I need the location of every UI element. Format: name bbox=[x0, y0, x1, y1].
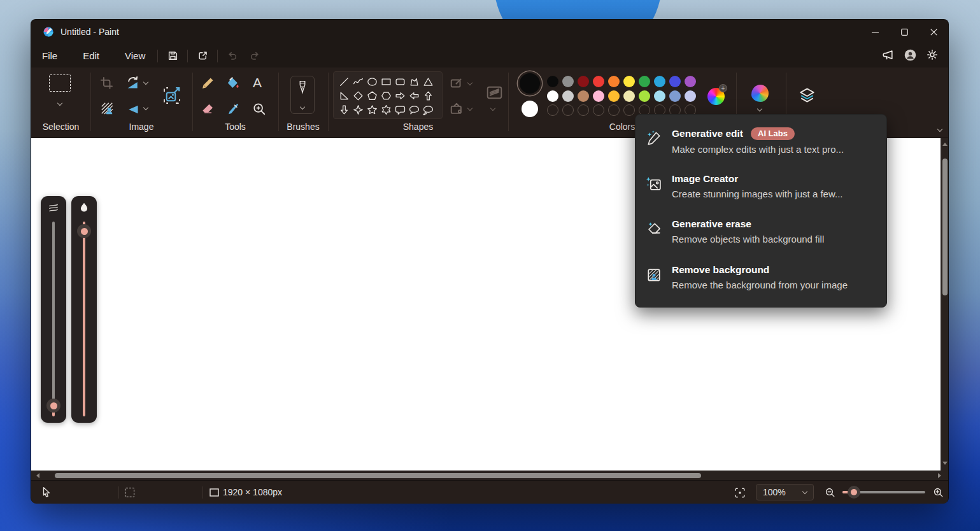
fill-tool[interactable] bbox=[226, 76, 240, 93]
shape-heart[interactable] bbox=[337, 117, 351, 119]
shape-outline-button[interactable] bbox=[450, 76, 464, 93]
color-swatch-ffb9d5[interactable] bbox=[593, 90, 604, 102]
shape-fill-button[interactable] bbox=[450, 102, 464, 118]
color-swatch-484de0[interactable] bbox=[669, 76, 681, 87]
menu-view[interactable]: View bbox=[117, 47, 153, 64]
color-swatch-efe7ae[interactable] bbox=[623, 90, 635, 102]
zoom-out-icon[interactable] bbox=[825, 487, 835, 498]
color-swatch-7e9bd1[interactable] bbox=[669, 90, 681, 102]
shape-triangle[interactable] bbox=[421, 74, 435, 88]
pencil-tool[interactable] bbox=[201, 76, 215, 93]
color-swatch-ffffff[interactable] bbox=[547, 90, 558, 102]
shape-thought-bubble[interactable] bbox=[421, 103, 435, 117]
vertical-scroll-thumb[interactable] bbox=[942, 159, 948, 295]
menu-edit[interactable]: Edit bbox=[75, 47, 108, 64]
shape-lightning[interactable] bbox=[351, 117, 365, 119]
brushes-button[interactable] bbox=[290, 76, 315, 114]
shape-arrow-up[interactable] bbox=[421, 88, 435, 103]
minimize-button[interactable] bbox=[860, 20, 890, 44]
color-swatch-a7e23e[interactable] bbox=[639, 90, 650, 102]
stroke-size-chevron[interactable] bbox=[490, 106, 495, 111]
rotate-dropdown-chevron[interactable] bbox=[143, 80, 148, 85]
menu-file[interactable]: File bbox=[34, 47, 66, 64]
stroke-size-button[interactable] bbox=[486, 84, 503, 104]
shape-arrow-down[interactable] bbox=[337, 103, 351, 117]
color-swatch-ffe43b[interactable] bbox=[623, 76, 635, 87]
copilot-menu-item-generative-erase[interactable]: Generative eraseRemove objects with back… bbox=[636, 211, 886, 257]
color-swatch-bb8764[interactable] bbox=[578, 90, 589, 102]
layers-button[interactable] bbox=[798, 86, 816, 107]
shape-polygon[interactable] bbox=[407, 74, 421, 88]
color-swatch-a2ddf1[interactable] bbox=[654, 90, 665, 102]
color-swatch-empty[interactable] bbox=[608, 104, 620, 116]
shape-arrow-left[interactable] bbox=[407, 88, 421, 103]
zoom-level-dropdown[interactable]: 100% bbox=[756, 484, 814, 500]
color-swatch-empty[interactable] bbox=[547, 104, 558, 116]
account-avatar[interactable] bbox=[904, 49, 916, 63]
copilot-menu-item-image-creator[interactable]: Image CreatorCreate stunning images with… bbox=[636, 166, 886, 212]
remove-background-button[interactable] bbox=[100, 101, 114, 118]
magnifier-tool[interactable] bbox=[252, 102, 266, 118]
color-picker-tool[interactable] bbox=[226, 102, 240, 118]
shape-star-four[interactable] bbox=[351, 103, 365, 117]
shape-star-six[interactable] bbox=[379, 103, 393, 117]
foreground-color-swatch[interactable] bbox=[520, 73, 540, 94]
color-swatch-empty[interactable] bbox=[623, 104, 635, 116]
save-icon[interactable] bbox=[162, 47, 183, 65]
collapse-ribbon-chevron[interactable] bbox=[937, 127, 942, 132]
copilot-dropdown-chevron[interactable] bbox=[757, 106, 762, 111]
shape-right-triangle[interactable] bbox=[337, 88, 351, 103]
horizontal-scrollbar[interactable] bbox=[31, 471, 948, 480]
color-swatch-empty[interactable] bbox=[593, 104, 604, 116]
color-swatch-f9812c[interactable] bbox=[608, 76, 620, 87]
shape-star-five[interactable] bbox=[365, 103, 379, 117]
opacity-slider-thumb[interactable] bbox=[77, 224, 91, 238]
feedback-megaphone-icon[interactable] bbox=[882, 49, 894, 63]
color-swatch-empty[interactable] bbox=[562, 104, 574, 116]
shape-line[interactable] bbox=[337, 74, 351, 88]
shape-ellipse[interactable] bbox=[365, 74, 379, 88]
copilot-menu-item-remove-background[interactable]: Remove backgroundRemove the background f… bbox=[636, 257, 886, 303]
size-slider-thumb[interactable] bbox=[46, 399, 60, 413]
color-swatch-8a1216[interactable] bbox=[578, 76, 589, 87]
shape-pentagon[interactable] bbox=[365, 88, 379, 103]
scroll-right-arrow[interactable] bbox=[938, 473, 941, 478]
selection-tool-button[interactable] bbox=[49, 74, 71, 92]
flip-button[interactable] bbox=[126, 103, 140, 119]
zoom-in-icon[interactable] bbox=[933, 487, 944, 498]
shape-outline-chevron[interactable] bbox=[467, 80, 472, 85]
shape-speech-oval[interactable] bbox=[407, 103, 421, 117]
text-tool[interactable]: A bbox=[253, 75, 262, 90]
rotate-button[interactable] bbox=[125, 76, 140, 93]
copilot-menu-item-generative-edit[interactable]: Generative editAI LabsMake complex edits… bbox=[636, 120, 886, 166]
undo-icon[interactable] bbox=[222, 47, 243, 65]
shape-fill-chevron[interactable] bbox=[467, 106, 472, 111]
close-button[interactable] bbox=[919, 20, 948, 44]
flip-dropdown-chevron[interactable] bbox=[143, 105, 148, 110]
scroll-up-arrow[interactable] bbox=[942, 143, 948, 146]
settings-gear-icon[interactable] bbox=[927, 49, 938, 62]
zoom-slider-thumb[interactable] bbox=[848, 486, 860, 499]
background-color-swatch[interactable] bbox=[522, 101, 538, 117]
maximize-button[interactable] bbox=[890, 20, 919, 44]
shape-arrow-right[interactable] bbox=[393, 88, 407, 103]
copilot-button[interactable] bbox=[751, 85, 769, 102]
fit-to-screen-icon[interactable] bbox=[734, 487, 746, 499]
shape-rounded-rectangle[interactable] bbox=[393, 74, 407, 88]
resize-image-button[interactable] bbox=[162, 86, 181, 108]
shape-curve[interactable] bbox=[351, 74, 365, 88]
scroll-left-arrow[interactable] bbox=[36, 473, 39, 478]
shape-diamond[interactable] bbox=[351, 88, 365, 103]
opacity-slider-track[interactable] bbox=[83, 222, 85, 416]
color-swatch-2fa84a[interactable] bbox=[639, 76, 650, 87]
shape-hexagon[interactable] bbox=[379, 88, 393, 103]
vertical-scrollbar[interactable] bbox=[941, 138, 948, 471]
horizontal-scroll-thumb[interactable] bbox=[55, 473, 701, 478]
selection-dropdown-chevron[interactable] bbox=[57, 101, 62, 106]
color-swatch-0b0b0b[interactable] bbox=[547, 76, 558, 87]
color-swatch-fdbc2f[interactable] bbox=[608, 90, 620, 102]
color-swatch-c5caef[interactable] bbox=[685, 90, 696, 102]
share-icon[interactable] bbox=[192, 47, 213, 65]
scroll-down-arrow[interactable] bbox=[942, 462, 948, 465]
eraser-tool[interactable] bbox=[201, 102, 215, 118]
